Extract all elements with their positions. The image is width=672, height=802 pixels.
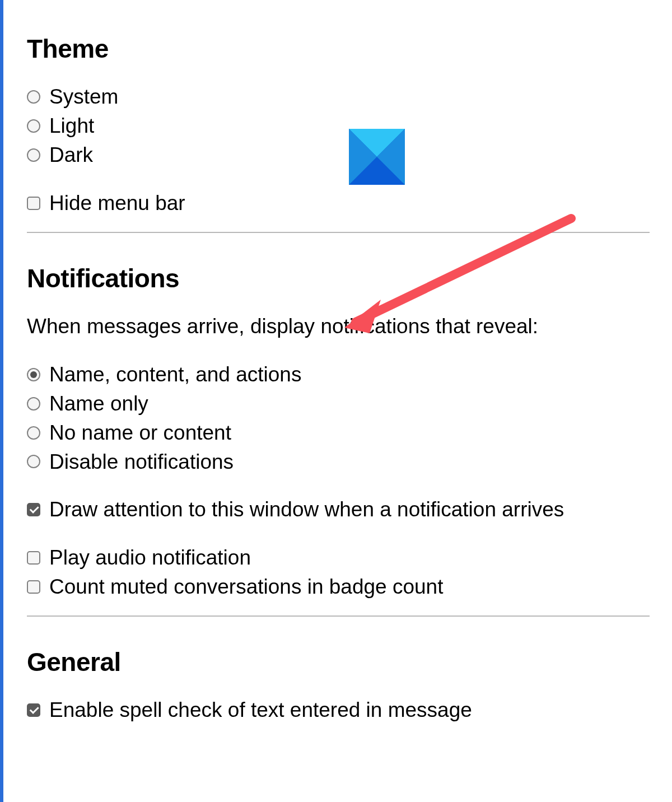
notif-option-disable[interactable]: Disable notifications	[27, 448, 650, 476]
general-section-title: General	[27, 647, 650, 677]
notif-option-label: Disable notifications	[49, 448, 234, 476]
notif-option-label: Name, content, and actions	[49, 361, 301, 389]
theme-option-light[interactable]: Light	[27, 112, 650, 140]
count-muted-label: Count muted conversations in badge count	[49, 573, 443, 601]
notif-option-name-only[interactable]: Name only	[27, 390, 650, 418]
theme-option-dark[interactable]: Dark	[27, 141, 650, 169]
checkbox-icon[interactable]	[27, 197, 40, 210]
radio-icon[interactable]	[27, 368, 40, 381]
accent-left-border	[0, 0, 3, 802]
notifications-section-title: Notifications	[27, 263, 650, 293]
theme-option-label: System	[49, 83, 118, 111]
notif-option-label: No name or content	[49, 419, 231, 447]
hide-menu-bar-option[interactable]: Hide menu bar	[27, 189, 650, 217]
notif-option-name-content-actions[interactable]: Name, content, and actions	[27, 361, 650, 389]
play-audio-label: Play audio notification	[49, 544, 251, 572]
radio-icon[interactable]	[27, 148, 40, 162]
notif-option-no-name-content[interactable]: No name or content	[27, 419, 650, 447]
play-audio-option[interactable]: Play audio notification	[27, 544, 650, 572]
spell-check-label: Enable spell check of text entered in me…	[49, 696, 472, 724]
section-divider	[27, 232, 650, 233]
theme-option-system[interactable]: System	[27, 83, 650, 111]
checkbox-icon[interactable]	[27, 580, 40, 594]
theme-option-label: Dark	[49, 141, 93, 169]
draw-attention-option[interactable]: Draw attention to this window when a not…	[27, 496, 650, 524]
radio-icon[interactable]	[27, 455, 40, 468]
radio-icon[interactable]	[27, 119, 40, 133]
spell-check-option[interactable]: Enable spell check of text entered in me…	[27, 696, 650, 724]
radio-icon[interactable]	[27, 426, 40, 440]
settings-content: Theme System Light Dark Hide menu bar No…	[0, 0, 672, 724]
theme-section-title: Theme	[27, 34, 650, 64]
broken-image-placeholder-icon	[349, 129, 405, 185]
checkbox-icon[interactable]	[27, 503, 40, 516]
draw-attention-label: Draw attention to this window when a not…	[49, 496, 564, 524]
radio-icon[interactable]	[27, 397, 40, 411]
checkbox-icon[interactable]	[27, 551, 40, 565]
notif-option-label: Name only	[49, 390, 148, 418]
section-divider	[27, 616, 650, 617]
count-muted-option[interactable]: Count muted conversations in badge count	[27, 573, 650, 601]
notifications-intro-text: When messages arrive, display notificati…	[27, 313, 650, 341]
hide-menu-bar-label: Hide menu bar	[49, 189, 185, 217]
checkbox-icon[interactable]	[27, 703, 40, 717]
theme-option-label: Light	[49, 112, 94, 140]
radio-icon[interactable]	[27, 90, 40, 104]
